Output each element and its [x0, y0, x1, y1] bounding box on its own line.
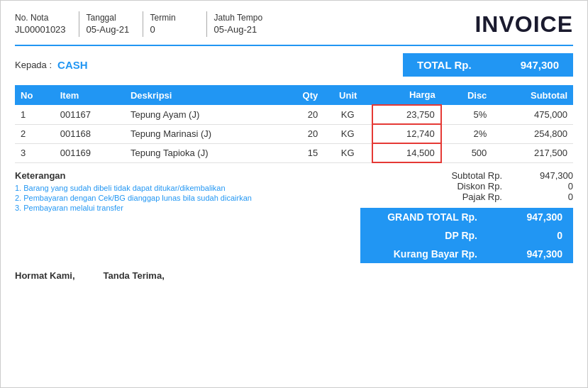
summary-section: Subtotal Rp.947,300Diskon Rp.0Pajak Rp.0… [360, 170, 573, 263]
footer-section: Hormat Kami, Tanda Terima, [15, 270, 573, 281]
cell-unit: KG [323, 124, 372, 143]
summary-label: Pajak Rp. [360, 192, 516, 202]
cell-no: 2 [15, 124, 55, 143]
grand-total-label: DP Rp. [371, 230, 492, 241]
grand-total-value: 0 [492, 230, 562, 241]
summary-row: Diskon Rp.0 [360, 181, 573, 192]
summary-row: Pajak Rp.0 [360, 192, 573, 202]
keterangan-item: 2. Pembayaran dengan Cek/BG dianggap lun… [15, 194, 360, 202]
cell-no: 1 [15, 105, 55, 124]
cell-subtotal: 217,500 [492, 143, 573, 162]
label-no-nota: No. Nota [15, 13, 66, 23]
grand-total-value: 947,300 [492, 211, 562, 223]
cell-disc: 2% [441, 124, 493, 143]
keterangan-item: 3. Pembayaran melalui transfer [15, 204, 360, 212]
keterangan-title: Keterangan [15, 170, 360, 181]
grand-total-value: 947,300 [492, 248, 562, 260]
total-box: TOTAL Rp. 947,300 [403, 53, 573, 77]
summary-value: 0 [516, 192, 573, 202]
cell-harga: 12,740 [372, 124, 441, 143]
grand-total-box: GRAND TOTAL Rp.947,300DP Rp.0Kurang Baya… [360, 208, 573, 263]
summary-label: Subtotal Rp. [360, 170, 516, 181]
footer-right: Tanda Terima, [104, 270, 165, 281]
kepada-total-section: Kepada : CASH TOTAL Rp. 947,300 [15, 53, 573, 77]
cell-deskripsi: Tepung Marinasi (J) [125, 124, 279, 143]
table-row: 3 001169 Tepung Tapioka (J) 15 KG 14,500… [15, 143, 573, 162]
field-no-nota: No. Nota JL00001023 [15, 11, 79, 37]
value-jatuh-tempo: 05-Aug-21 [214, 24, 257, 35]
field-termin: Termin 0 [150, 11, 207, 37]
col-item: Item [55, 85, 125, 105]
cell-item: 001169 [55, 143, 125, 162]
header-section: No. Nota JL00001023 Tanggal 05-Aug-21 Te… [15, 11, 573, 46]
grand-total-label: Kurang Bayar Rp. [371, 248, 492, 260]
field-jatuh-tempo: Jatuh Tempo 05-Aug-21 [214, 11, 276, 37]
cell-harga: 23,750 [372, 105, 441, 124]
label-jatuh-tempo: Jatuh Tempo [214, 13, 263, 23]
cell-item: 001168 [55, 124, 125, 143]
cell-subtotal: 254,800 [492, 124, 573, 143]
header-right: INVOICE [431, 11, 573, 38]
value-no-nota: JL00001023 [15, 24, 66, 35]
grand-total-row: GRAND TOTAL Rp.947,300 [360, 208, 573, 226]
summary-value: 0 [516, 181, 573, 192]
invoice-title: INVOICE [475, 11, 573, 38]
grand-total-row: Kurang Bayar Rp.947,300 [360, 245, 573, 263]
kepada-value: CASH [57, 59, 88, 71]
field-tanggal: Tanggal 05-Aug-21 [87, 11, 143, 37]
footer-left: Hormat Kami, [15, 270, 75, 281]
cell-unit: KG [323, 105, 372, 124]
cell-unit: KG [323, 143, 372, 162]
cell-harga: 14,500 [372, 143, 441, 162]
col-subtotal: Subtotal [492, 85, 573, 105]
bottom-section: Keterangan 1. Barang yang sudah dibeli t… [15, 170, 573, 263]
cell-deskripsi: Tepung Ayam (J) [125, 105, 279, 124]
grand-total-row: DP Rp.0 [360, 226, 573, 245]
grand-total-label: GRAND TOTAL Rp. [371, 211, 492, 223]
cell-item: 001167 [55, 105, 125, 124]
col-disc: Disc [441, 85, 493, 105]
total-value: 947,300 [521, 59, 559, 71]
cell-disc: 500 [441, 143, 493, 162]
items-table: No Item Deskripsi Qty Unit Harga Disc Su… [15, 85, 573, 163]
summary-value: 947,300 [516, 170, 573, 181]
total-label: TOTAL Rp. [417, 59, 472, 71]
cell-disc: 5% [441, 105, 493, 124]
value-tanggal: 05-Aug-21 [87, 24, 130, 35]
cell-qty: 15 [279, 143, 323, 162]
summary-label: Diskon Rp. [360, 181, 516, 192]
kepada-label: Kepada : [15, 60, 52, 70]
table-row: 1 001167 Tepung Ayam (J) 20 KG 23,750 5%… [15, 105, 573, 124]
cell-deskripsi: Tepung Tapioka (J) [125, 143, 279, 162]
invoice-container: No. Nota JL00001023 Tanggal 05-Aug-21 Te… [0, 0, 588, 388]
col-unit: Unit [323, 85, 372, 105]
table-row: 2 001168 Tepung Marinasi (J) 20 KG 12,74… [15, 124, 573, 143]
summary-row: Subtotal Rp.947,300 [360, 170, 573, 181]
col-no: No [15, 85, 55, 105]
cell-subtotal: 475,000 [492, 105, 573, 124]
value-termin: 0 [150, 24, 155, 35]
cell-qty: 20 [279, 124, 323, 143]
kepada-left: Kepada : CASH [15, 59, 88, 71]
table-header-row: No Item Deskripsi Qty Unit Harga Disc Su… [15, 85, 573, 105]
cell-qty: 20 [279, 105, 323, 124]
label-tanggal: Tanggal [87, 13, 130, 23]
header-fields: No. Nota JL00001023 Tanggal 05-Aug-21 Te… [15, 11, 431, 37]
cell-no: 3 [15, 143, 55, 162]
col-qty: Qty [279, 85, 323, 105]
keterangan-item: 1. Barang yang sudah dibeli tidak dapat … [15, 184, 360, 192]
keterangan-section: Keterangan 1. Barang yang sudah dibeli t… [15, 170, 360, 263]
label-termin: Termin [150, 13, 194, 23]
col-deskripsi: Deskripsi [125, 85, 279, 105]
col-harga: Harga [372, 85, 441, 105]
